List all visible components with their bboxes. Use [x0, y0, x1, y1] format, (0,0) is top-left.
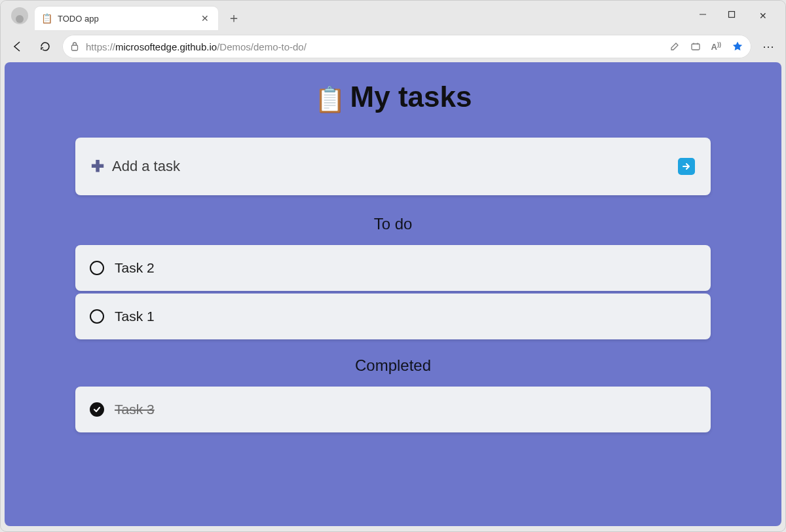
task-row-completed[interactable]: Task 3 [75, 387, 711, 432]
more-menu-button[interactable]: ⋯ [758, 39, 779, 54]
task-checkbox[interactable] [90, 261, 104, 275]
check-icon [93, 406, 101, 413]
completed-section-title: Completed [75, 356, 711, 375]
svg-rect-2 [72, 45, 78, 50]
task-label: Task 2 [115, 260, 155, 276]
minimize-button[interactable] [699, 10, 712, 21]
favorite-star-icon[interactable] [732, 41, 743, 52]
close-window-button[interactable]: ✕ [757, 10, 770, 21]
task-checkbox-checked[interactable] [90, 402, 104, 417]
address-bar[interactable]: https://microsoftedge.github.io/Demos/de… [62, 35, 751, 58]
browser-toolbar: https://microsoftedge.github.io/Demos/de… [1, 31, 785, 62]
task-label: Task 3 [115, 402, 155, 417]
url-text: https://microsoftedge.github.io/Demos/de… [86, 41, 659, 52]
task-label: Task 1 [115, 309, 155, 324]
submit-task-button[interactable] [678, 158, 695, 175]
title-bar: 📋 TODO app ✕ ＋ ✕ [1, 1, 785, 31]
tab-close-button[interactable]: ✕ [198, 13, 212, 24]
plus-icon: ✚ [91, 157, 104, 176]
page-title: 📋My tasks [75, 81, 711, 114]
back-button[interactable] [7, 36, 28, 57]
refresh-button[interactable] [35, 36, 56, 57]
browser-tab[interactable]: 📋 TODO app ✕ [35, 7, 218, 30]
task-row[interactable]: Task 2 [75, 245, 711, 291]
maximize-button[interactable] [728, 10, 741, 21]
todo-app-page: 📋My tasks ✚ To do Task 2 Task 1 [5, 62, 781, 526]
task-row[interactable]: Task 1 [75, 294, 711, 339]
edit-url-icon[interactable] [669, 41, 680, 52]
clipboard-icon: 📋 [314, 86, 345, 113]
browser-viewport: 📋My tasks ✚ To do Task 2 Task 1 [5, 62, 781, 526]
svg-rect-1 [729, 12, 735, 18]
maximize-icon [728, 10, 736, 18]
arrow-left-icon [11, 40, 24, 53]
todo-section-title: To do [75, 215, 711, 233]
task-checkbox[interactable] [90, 309, 104, 324]
tab-title: TODO app [58, 14, 193, 24]
profile-avatar[interactable] [11, 7, 28, 24]
new-tab-button[interactable]: ＋ [227, 9, 240, 27]
lock-icon [70, 41, 79, 52]
tab-favicon-icon: 📋 [41, 13, 52, 24]
browser-chrome: 📋 TODO app ✕ ＋ ✕ https://m [1, 1, 785, 62]
minimize-icon [699, 10, 707, 18]
read-aloud-icon[interactable]: A)) [711, 41, 721, 52]
add-task-card: ✚ [75, 138, 711, 195]
app-install-icon[interactable] [690, 41, 701, 52]
window-controls: ✕ [699, 10, 781, 21]
arrow-right-icon [682, 162, 691, 171]
svg-rect-3 [692, 44, 700, 50]
refresh-icon [39, 41, 51, 52]
add-task-input[interactable] [112, 158, 571, 175]
